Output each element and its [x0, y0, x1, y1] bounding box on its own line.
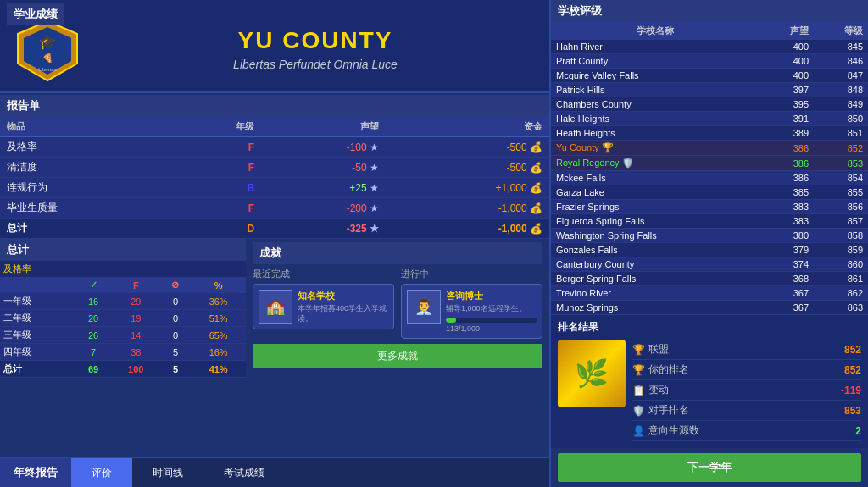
grade-row-f: 38	[112, 344, 160, 361]
school-table-row: Canterbury County 374 860	[551, 257, 868, 272]
grade-row-f: 14	[112, 327, 160, 344]
more-achievements-button[interactable]: 更多成就	[253, 344, 542, 368]
report-item-name: 清洁度	[0, 158, 174, 178]
report-rep: -50 ★	[261, 158, 386, 178]
grade-row-pct: 36%	[191, 293, 246, 310]
school-rep: 368	[760, 272, 814, 286]
ranking-stat-row: 🏆 联盟 852	[632, 340, 861, 360]
ranking-row-text: 意向生源数	[648, 423, 699, 438]
ranking-content: 🌿 🏆 联盟 852 🏆 你的排名 852 📋 变动 -119 🛡️ 对手排名 …	[558, 340, 861, 441]
school-rep: 391	[760, 112, 814, 126]
totals-header: 总计	[0, 239, 246, 261]
school-rank: 845	[814, 40, 868, 54]
grade-row-no: 0	[160, 293, 192, 310]
grade-total-label: 总计	[0, 361, 75, 378]
county-subtitle: Libertas Perfundet Omnia Luce	[95, 58, 536, 71]
school-rank: 862	[814, 286, 868, 301]
school-rank: 855	[814, 185, 868, 200]
ranking-title: 排名结果	[558, 320, 861, 335]
school-rank: 860	[814, 257, 868, 272]
grade-row-pct: 65%	[191, 327, 246, 344]
report-grade: F	[174, 137, 261, 158]
footer-tab-0[interactable]: 评价	[71, 458, 132, 487]
school-name: Munoz Springs	[551, 301, 760, 315]
school-name: Frazier Springs	[551, 200, 760, 214]
ranking-row-label: 📋 变动	[632, 383, 669, 397]
recent-achievement-col: 最近完成 🏫 知名学校 本学年招募400学生入学就读。	[253, 268, 394, 339]
report-money: +1,000 💰	[386, 178, 549, 198]
footer-tab-2[interactable]: 考试成绩	[203, 458, 285, 487]
ranking-trophy: 🌿	[558, 340, 626, 407]
academics-section-label: 学业成绩	[7, 3, 64, 25]
grade-total-no: 5	[160, 361, 192, 378]
school-rank: 848	[814, 83, 868, 97]
report-table-row: 毕业生质量 F -200 ★ -1,000 💰	[0, 198, 549, 219]
grade-row-f: 19	[112, 310, 160, 327]
inprogress-achievement-info: 咨询博士 辅导1,000名远程学生。 113/1,000	[446, 290, 537, 333]
ranking-row-label: 🛡️ 对手排名	[632, 403, 689, 418]
school-rep: 383	[760, 214, 814, 229]
grade-table-row: 三年级 26 14 0 65%	[0, 327, 246, 344]
school-crest: 🎓 🍕 Libertas	[14, 17, 81, 85]
report-money: -1,000 💰	[386, 198, 549, 219]
school-name: Heath Heights	[551, 126, 760, 141]
grade-table-row: 二年级 20 19 0 51%	[0, 310, 246, 327]
school-rep: 400	[760, 54, 814, 69]
ranking-row-value: 852	[844, 364, 861, 376]
school-table-row: Hale Heights 391 850	[551, 112, 868, 126]
school-rank: 858	[814, 229, 868, 243]
grade-table-row: 一年级 16 29 0 36%	[0, 293, 246, 310]
school-rank: 856	[814, 200, 868, 214]
school-rank: 851	[814, 126, 868, 141]
grade-row-no: 5	[160, 344, 192, 361]
svg-text:Libertas: Libertas	[38, 67, 56, 72]
school-table-row: Trevino River 367 862	[551, 286, 868, 301]
inprogress-label: 进行中	[401, 268, 542, 280]
school-rank: 857	[814, 214, 868, 229]
ranking-row-text: 变动	[648, 383, 669, 397]
school-name: Yu County 🏆	[551, 141, 760, 156]
right-panel: 学校评级 学校名称 声望 等级 Hahn River 400 845 Pratt…	[551, 0, 868, 487]
school-rep: 397	[760, 83, 814, 97]
school-name: Trevino River	[551, 286, 760, 301]
inprogress-achievement-card: 👨‍💼 咨询博士 辅导1,000名远程学生。 113/1,000	[401, 284, 542, 339]
report-grade: B	[174, 178, 261, 198]
recent-achievement-icon: 🏫	[259, 290, 292, 324]
ranking-stat-row: 👤 意向生源数 2	[632, 421, 861, 441]
report-money: -500 💰	[386, 158, 549, 178]
school-rep: 386	[760, 156, 814, 171]
school-name: Hahn River	[551, 40, 760, 54]
grade-row-check: 16	[75, 293, 112, 310]
report-item-name: 毕业生质量	[0, 198, 174, 219]
inprogress-achievement-col: 进行中 👨‍💼 咨询博士 辅导1,000名远程学生。 113/1,000	[401, 268, 542, 339]
school-name: Chambers County	[551, 97, 760, 112]
ranking-row-value: -119	[841, 385, 861, 396]
school-rep: 386	[760, 171, 814, 185]
col-pct: %	[191, 277, 246, 293]
inprogress-achievement-name: 咨询博士	[446, 290, 537, 302]
report-section-header: 报告单	[0, 95, 549, 117]
ranking-row-icon: 🏆	[632, 344, 645, 356]
col-school-name: 学校名称	[551, 22, 760, 40]
next-year-button[interactable]: 下一学年	[558, 453, 861, 482]
school-name: Garza Lake	[551, 185, 760, 200]
grade-row-no: 0	[160, 310, 192, 327]
school-name: Hale Heights	[551, 112, 760, 126]
school-rep: 379	[760, 243, 814, 257]
total-money: -1,000 💰	[386, 219, 549, 239]
footer-tab-1[interactable]: 时间线	[132, 458, 203, 487]
grade-total-f: 100	[112, 361, 160, 378]
col-grade: 年级	[174, 117, 261, 137]
school-table-row: Pratt County 400 846	[551, 54, 868, 69]
report-item-name: 及格率	[0, 137, 174, 158]
ranking-row-icon: 📋	[632, 385, 645, 396]
grade-row-label: 二年级	[0, 310, 75, 327]
col-check: ✓	[75, 277, 112, 293]
report-table-row: 及格率 F -100 ★ -500 💰	[0, 137, 549, 158]
grade-row-label: 四年级	[0, 344, 75, 361]
school-ratings-table: 学校名称 声望 等级 Hahn River 400 845 Pratt Coun…	[551, 22, 868, 315]
grade-row-check: 26	[75, 327, 112, 344]
report-table: 物品 年级 声望 资金 及格率 F -100 ★ -500 💰 清洁度 F -5…	[0, 117, 549, 239]
ranking-stat-row: 🏆 你的排名 852	[632, 360, 861, 380]
grade-row-label: 一年级	[0, 293, 75, 310]
